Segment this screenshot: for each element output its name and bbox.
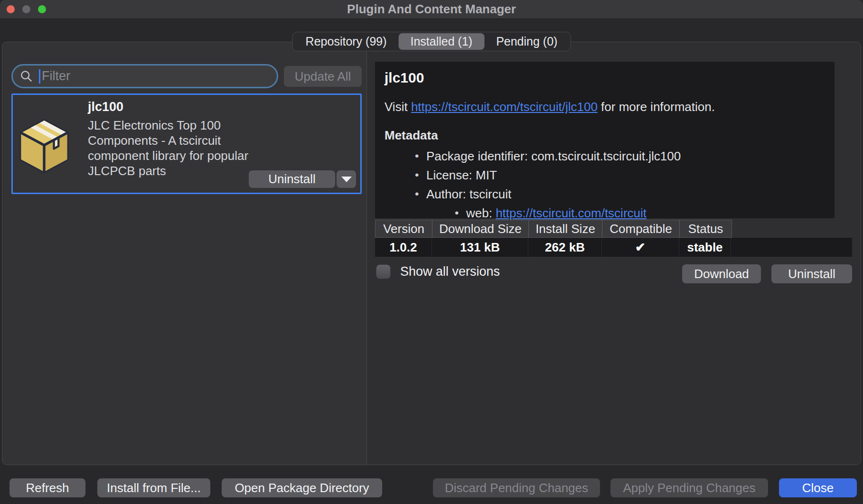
cell-version: 1.0.2 bbox=[375, 238, 432, 257]
cell-download-size: 131 kB bbox=[432, 238, 528, 257]
install-from-file-button[interactable]: Install from File... bbox=[97, 478, 210, 497]
metadata-item-web: web: https://tscircuit.com/tscircuit bbox=[466, 206, 825, 221]
column-header-version: Version bbox=[375, 220, 432, 237]
tab-installed[interactable]: Installed (1) bbox=[399, 33, 485, 50]
metadata-item-package-identifier: Package identifier: com.tscircuit.tscirc… bbox=[426, 149, 825, 164]
close-button[interactable]: Close bbox=[779, 478, 857, 497]
update-all-button[interactable]: Update All bbox=[284, 66, 362, 87]
uninstall-plugin-button[interactable]: Uninstall bbox=[249, 170, 335, 188]
metadata-heading: Metadata bbox=[385, 128, 825, 143]
plugin-description: JLC Electronics Top 100 Components - A t… bbox=[88, 118, 255, 178]
uninstall-version-button[interactable]: Uninstall bbox=[771, 264, 852, 283]
filter-field[interactable] bbox=[11, 64, 278, 88]
discard-pending-changes-button[interactable]: Discard Pending Changes bbox=[433, 478, 600, 497]
open-package-directory-button[interactable]: Open Package Directory bbox=[222, 478, 382, 497]
cell-status: stable bbox=[679, 238, 731, 257]
author-web-link[interactable]: https://tscircuit.com/tscircuit bbox=[496, 206, 647, 220]
cell-install-size: 262 kB bbox=[528, 238, 602, 257]
plugin-page-link[interactable]: https://tscircuit.com/tscircuit/jlc100 bbox=[411, 100, 598, 114]
plugin-name: jlc100 bbox=[88, 100, 123, 114]
show-all-versions-label[interactable]: Show all versions bbox=[400, 264, 500, 279]
tab-bar: Repository (99) Installed (1) Pending (0… bbox=[292, 32, 571, 51]
version-table-row[interactable]: 1.0.2 131 kB 262 kB ✔ stable bbox=[375, 238, 852, 257]
plugin-list-item[interactable]: jlc100 JLC Electronics Top 100 Component… bbox=[11, 93, 362, 194]
package-box-icon bbox=[19, 119, 70, 174]
plugin-manager-window: { "colors": { "accent_selection_blue": "… bbox=[0, 0, 863, 504]
metadata-list: Package identifier: com.tscircuit.tscirc… bbox=[385, 149, 825, 221]
tab-repository[interactable]: Repository (99) bbox=[294, 33, 399, 50]
tab-pending[interactable]: Pending (0) bbox=[484, 33, 569, 50]
column-header-status: Status bbox=[680, 220, 732, 237]
uninstall-split-button: Uninstall bbox=[249, 170, 356, 188]
web-label: web: bbox=[466, 206, 496, 220]
filter-input[interactable] bbox=[40, 69, 277, 84]
column-header-install-size: Install Size bbox=[529, 220, 602, 237]
uninstall-options-dropdown[interactable] bbox=[337, 170, 356, 188]
column-header-compatible: Compatible bbox=[602, 220, 680, 237]
window-title: Plugin And Content Manager bbox=[0, 2, 863, 17]
plugin-details: jlc100 Visit https://tscircuit.com/tscir… bbox=[375, 62, 835, 218]
apply-pending-changes-button[interactable]: Apply Pending Changes bbox=[610, 478, 768, 497]
details-title: jlc100 bbox=[385, 70, 825, 86]
metadata-item-author: Author: tscircuit bbox=[426, 187, 825, 202]
titlebar: Plugin And Content Manager bbox=[0, 0, 863, 19]
visit-line: Visit https://tscircuit.com/tscircuit/jl… bbox=[385, 100, 825, 114]
row-filler bbox=[731, 238, 852, 257]
search-icon bbox=[20, 70, 33, 83]
chevron-down-icon bbox=[341, 177, 352, 182]
column-header-download-size: Download Size bbox=[432, 220, 529, 237]
show-all-versions-checkbox[interactable] bbox=[376, 264, 391, 279]
visit-prefix: Visit bbox=[385, 100, 411, 114]
version-table-header: Version Download Size Install Size Compa… bbox=[375, 220, 732, 238]
refresh-button[interactable]: Refresh bbox=[9, 478, 85, 497]
download-button[interactable]: Download bbox=[682, 264, 761, 283]
metadata-item-license: License: MIT bbox=[426, 168, 825, 183]
visit-suffix: for more information. bbox=[598, 100, 715, 114]
pane-divider bbox=[366, 42, 367, 465]
cell-compatible-checkmark-icon: ✔ bbox=[602, 238, 679, 257]
